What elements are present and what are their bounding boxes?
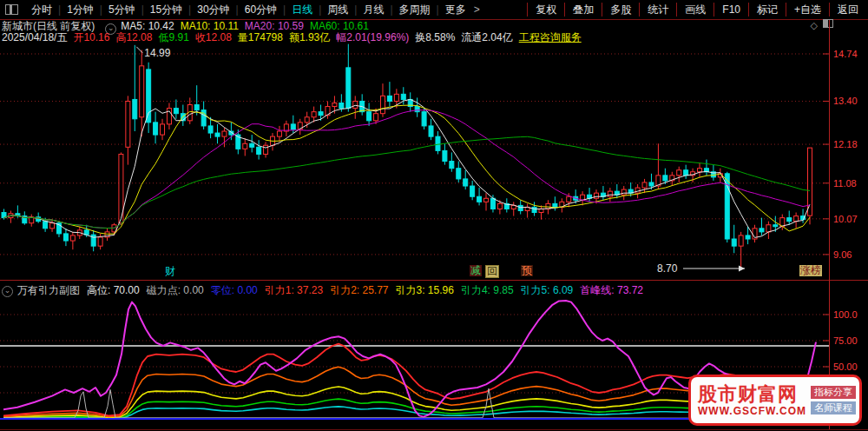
event-marker-zhangbang[interactable]: 涨榜 xyxy=(799,265,822,276)
action-复权[interactable]: 复权 xyxy=(527,3,564,17)
action-+自选[interactable]: +自选 xyxy=(786,3,829,17)
candle-body[interactable] xyxy=(374,114,378,121)
candle-body[interactable] xyxy=(319,112,323,116)
candle-body[interactable] xyxy=(484,198,489,202)
candle-body[interactable] xyxy=(394,94,398,101)
candle-body[interactable] xyxy=(532,207,536,212)
candle-body[interactable] xyxy=(70,235,75,241)
candle-body[interactable] xyxy=(194,105,199,110)
candle-body[interactable] xyxy=(353,101,358,108)
action-标记[interactable]: 标记 xyxy=(748,3,786,17)
candle-body[interactable] xyxy=(250,143,254,147)
candle-body[interactable] xyxy=(277,131,281,136)
candle-body[interactable] xyxy=(367,112,372,121)
action-多股[interactable]: 多股 xyxy=(602,3,639,17)
menu-item-分时[interactable]: 分时 xyxy=(25,3,58,17)
event-marker-hui[interactable]: 回 xyxy=(485,265,499,278)
candle-body[interactable] xyxy=(243,143,247,149)
candle-body[interactable] xyxy=(291,124,295,129)
candle-body[interactable] xyxy=(608,191,612,196)
candle-body[interactable] xyxy=(539,209,543,212)
candle-body[interactable] xyxy=(649,182,654,186)
menu-item-60分钟[interactable]: 60分钟 xyxy=(239,3,283,17)
candle-body[interactable] xyxy=(201,110,206,126)
candle-body[interactable] xyxy=(208,126,213,133)
menu-item-15分钟[interactable]: 15分钟 xyxy=(144,3,188,17)
menu-item-月线[interactable]: 月线 xyxy=(357,3,390,17)
event-marker-yu[interactable]: 预 xyxy=(521,265,533,276)
candle-body[interactable] xyxy=(766,225,771,232)
candle-body[interactable] xyxy=(746,235,750,239)
candle-body[interactable] xyxy=(380,96,385,113)
candle-body[interactable] xyxy=(126,101,130,147)
candle-body[interactable] xyxy=(470,186,475,196)
candle-body[interactable] xyxy=(477,196,482,202)
action-叠加[interactable]: 叠加 xyxy=(564,3,602,17)
candle-body[interactable] xyxy=(663,176,667,181)
candle-body[interactable] xyxy=(677,170,681,176)
action-返回[interactable]: 返回 xyxy=(829,3,866,17)
candle-body[interactable] xyxy=(147,70,151,123)
candle-body[interactable] xyxy=(773,225,778,227)
candle-body[interactable] xyxy=(222,131,227,136)
candle-body[interactable] xyxy=(739,235,743,246)
menu-item-更多[interactable]: 更多 xyxy=(439,3,472,17)
candle-body[interactable] xyxy=(464,179,468,186)
split-window-icon[interactable] xyxy=(823,19,833,28)
candle-body[interactable] xyxy=(760,229,764,232)
candle-body[interactable] xyxy=(257,147,261,154)
menu-item-30分钟[interactable]: 30分钟 xyxy=(191,3,235,17)
action-F10[interactable]: F10 xyxy=(713,3,748,17)
candle-body[interactable] xyxy=(621,189,626,195)
candle-body[interactable] xyxy=(167,109,171,124)
candle-body[interactable] xyxy=(787,218,792,222)
candle-body[interactable] xyxy=(305,117,309,123)
candle-body[interactable] xyxy=(63,234,68,241)
candle-body[interactable] xyxy=(264,145,268,154)
window-layout-icon[interactable] xyxy=(5,4,18,15)
candle-body[interactable] xyxy=(387,96,391,101)
quote-field[interactable]: 工程咨询服务 xyxy=(519,31,582,43)
candle-body[interactable] xyxy=(518,205,523,210)
candle-body[interactable] xyxy=(450,162,454,169)
more-arrow-icon[interactable]: > xyxy=(474,3,480,16)
candle-body[interactable] xyxy=(698,169,702,172)
candle-body[interactable] xyxy=(174,109,178,114)
candle-body[interactable] xyxy=(642,182,647,188)
menu-item-多周期[interactable]: 多周期 xyxy=(393,3,437,17)
candle-body[interactable] xyxy=(594,193,598,198)
candle-body[interactable] xyxy=(567,196,571,202)
candle-body[interactable] xyxy=(443,150,447,161)
action-画线[interactable]: 画线 xyxy=(676,3,713,17)
candle-body[interactable] xyxy=(429,126,433,136)
candle-body[interactable] xyxy=(732,239,736,246)
candle-body[interactable] xyxy=(215,133,220,136)
candle-body[interactable] xyxy=(50,223,55,229)
main-price-chart[interactable]: 14.7413.4012.1811.0810.079.0614.998.70 xyxy=(0,43,868,281)
event-marker-jian[interactable]: 减 xyxy=(470,265,482,276)
event-marker-cai[interactable]: 财 xyxy=(165,266,175,277)
menu-item-日线[interactable]: 日线 xyxy=(286,3,319,17)
menu-item-5分钟[interactable]: 5分钟 xyxy=(102,3,141,17)
candle-body[interactable] xyxy=(339,103,344,109)
candle-body[interactable] xyxy=(401,94,405,99)
candle-body[interactable] xyxy=(332,103,337,107)
menu-item-周线[interactable]: 周线 xyxy=(321,3,354,17)
candle-body[interactable] xyxy=(43,222,48,229)
chevron-down-icon[interactable]: ⌄ xyxy=(2,286,13,297)
candle-body[interactable] xyxy=(457,169,461,179)
candle-body[interactable] xyxy=(133,99,137,118)
candle-body[interactable] xyxy=(98,237,102,246)
candle-body[interactable] xyxy=(553,203,557,207)
candle-body[interactable] xyxy=(635,188,640,193)
candle-body[interactable] xyxy=(497,203,502,209)
candle-body[interactable] xyxy=(346,68,351,109)
candle-body[interactable] xyxy=(154,123,158,135)
candle-body[interactable] xyxy=(490,198,495,209)
diamond-icon[interactable]: ◇ xyxy=(811,20,818,30)
candle-body[interactable] xyxy=(422,112,426,126)
candle-body[interactable] xyxy=(794,216,799,222)
candle-body[interactable] xyxy=(684,170,688,176)
action-统计[interactable]: 统计 xyxy=(639,3,676,17)
candle-body[interactable] xyxy=(415,107,419,112)
